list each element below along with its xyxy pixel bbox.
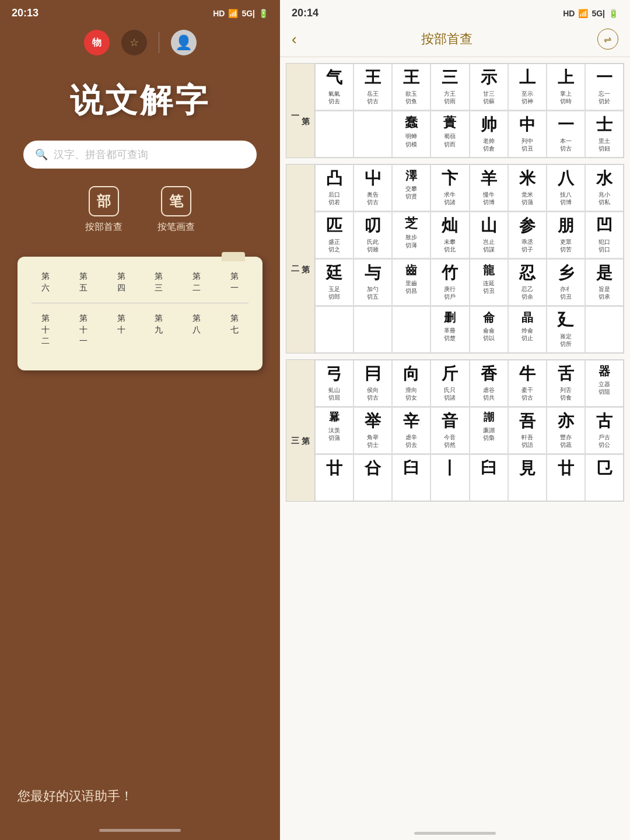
- char-cell[interactable]: 屮奥告切古: [354, 164, 392, 211]
- time-right: 20:14: [292, 7, 318, 19]
- char-cell[interactable]: 齒里齒切昌: [392, 259, 430, 306]
- char-cell[interactable]: 蠢明蝉切模: [392, 111, 430, 158]
- char-cell[interactable]: 朋吏眾切苦: [547, 212, 585, 258]
- char-cell[interactable]: 与加勺切五: [354, 259, 392, 306]
- chapter-6[interactable]: 第六: [32, 271, 60, 293]
- char-cell[interactable]: 香虐谷切共: [470, 360, 508, 407]
- char-cell[interactable]: 臼: [470, 454, 508, 501]
- nav-btn-radical[interactable]: 部 按部首查: [85, 186, 123, 233]
- chapter-3[interactable]: 第三: [145, 271, 173, 293]
- char-cell[interactable]: 卞求牛切諸: [430, 164, 469, 211]
- char-cell[interactable]: 古戶古切公: [585, 407, 624, 454]
- char-cell[interactable]: 王岳王切古: [354, 64, 392, 110]
- app-tagline: 您最好的汉语助手！: [18, 788, 133, 805]
- chapter-4[interactable]: 第四: [107, 271, 135, 293]
- char-cell[interactable]: 凹犯口切口: [585, 212, 624, 258]
- char-cell[interactable]: 三方王切雨: [430, 64, 469, 110]
- char-cell-empty: [392, 306, 430, 353]
- section-1: 第一 气氣氣切去 王岳王切古 王欲玉切鱼 三方王切雨 示甘三切蘇 丄至示切神 上…: [286, 63, 624, 158]
- char-cell[interactable]: 晶炩侖切止: [508, 306, 547, 353]
- section-2-row-3: 廷玉足切郎 与加勺切五 齒里齒切昌 竹庚行切戶 龍连延切丑 忍忍乙切余 乡亦彳切…: [315, 258, 624, 306]
- char-cell[interactable]: 删革冊切楚: [430, 306, 469, 353]
- char-cell[interactable]: 气氣氣切去: [315, 64, 354, 110]
- char-cell[interactable]: 弓虬山切屈: [315, 360, 354, 407]
- section-2-row-4: 删革冊切楚 侖侖侖切以 晶炩侖切止 廴嶊定切所: [315, 306, 624, 353]
- char-cell[interactable]: 侖侖侖切以: [470, 306, 508, 353]
- char-cell[interactable]: 牛橐干切古: [508, 360, 547, 407]
- char-cell[interactable]: 斤氏只切諸: [430, 360, 469, 407]
- char-cell[interactable]: 羊慢牛切博: [470, 164, 508, 211]
- chapter-2[interactable]: 第二: [183, 271, 211, 293]
- char-cell[interactable]: 灿未攀切北: [430, 212, 469, 258]
- char-cell[interactable]: 帅老帅切倉: [470, 111, 508, 158]
- char-cell[interactable]: 八技八切博: [547, 164, 585, 211]
- char-cell[interactable]: 忍忍乙切余: [508, 259, 547, 306]
- char-cell[interactable]: 中列中切丑: [508, 111, 547, 158]
- char-cell[interactable]: 廿: [547, 454, 585, 501]
- chapter-5[interactable]: 第五: [69, 271, 98, 293]
- char-cell[interactable]: 示甘三切蘇: [470, 64, 508, 110]
- char-cell[interactable]: 竹庚行切戶: [430, 259, 469, 306]
- filter-button[interactable]: ⇌: [597, 29, 618, 50]
- char-cell[interactable]: 山岂止切謀: [470, 212, 508, 258]
- char-cell[interactable]: 王欲玉切鱼: [392, 64, 430, 110]
- char-cell[interactable]: 举角举切士: [354, 407, 392, 454]
- char-cell[interactable]: 廿: [315, 454, 354, 501]
- char-cell[interactable]: 是旨是切承: [585, 259, 624, 306]
- search-bar[interactable]: 🔍 汉字、拼音都可查询: [23, 141, 257, 169]
- char-cell[interactable]: 一忘一切於: [585, 64, 624, 110]
- char-cell[interactable]: 参乖丞切子: [508, 212, 547, 258]
- section-3: 第三 弓虬山切屈 冃侯向切古 向滑向切女 斤氏只切諸 香虐谷切共 牛橐干切古 舌…: [286, 359, 624, 502]
- avatar[interactable]: 👤: [171, 30, 197, 55]
- char-cell[interactable]: 亦豐亦切蔬: [547, 407, 585, 454]
- char-cell[interactable]: 米觉米切蒲: [508, 164, 547, 211]
- chapter-12[interactable]: 第十二: [32, 313, 60, 347]
- nav-btn-stroke[interactable]: 笔 按笔画查: [158, 186, 195, 233]
- char-cell[interactable]: 芝敖步切薄: [392, 212, 430, 258]
- char-cell[interactable]: 匹盛正切之: [315, 212, 354, 258]
- chapter-11[interactable]: 第十一: [69, 313, 98, 347]
- char-cell[interactable]: 叨氏此切雖: [354, 212, 392, 258]
- daily-icon[interactable]: 物: [84, 30, 110, 55]
- char-cell[interactable]: 丄至示切神: [508, 64, 547, 110]
- char-cell[interactable]: 龍连延切丑: [470, 259, 508, 306]
- content-scroll[interactable]: 第一 气氣氣切去 王岳王切古 王欲玉切鱼 三方王切雨 示甘三切蘇 丄至示切神 上…: [280, 57, 630, 826]
- bookmark-icon[interactable]: ☆: [121, 30, 147, 55]
- section-3-row-2: 羃汰羡切蒲 举角举切士 辛虐辛切去 音今音切然 謿廉謿切梟 吾軒吾切語 亦豐亦切…: [315, 407, 624, 454]
- char-cell[interactable]: 臼: [392, 454, 430, 501]
- chapter-7[interactable]: 第七: [220, 313, 249, 347]
- char-cell[interactable]: 冃侯向切古: [354, 360, 392, 407]
- chapter-1[interactable]: 第一: [220, 271, 249, 293]
- char-cell[interactable]: 羃汰羡切蒲: [315, 407, 354, 454]
- char-cell[interactable]: 廷玉足切郎: [315, 259, 354, 306]
- char-cell[interactable]: 士里土切鈕: [585, 111, 624, 158]
- char-cell[interactable]: 㕣: [354, 454, 392, 501]
- char-cell[interactable]: 器立器切阻: [585, 360, 624, 407]
- back-button[interactable]: ‹: [292, 30, 297, 48]
- char-cell[interactable]: 㔾: [585, 454, 624, 501]
- section-number-3: 第三: [286, 360, 315, 501]
- chapter-9[interactable]: 第九: [145, 313, 173, 347]
- char-cell[interactable]: 乡亦彳切丑: [547, 259, 585, 306]
- status-bar-left: 20:13 HD 📶 5G| 🔋: [0, 0, 280, 24]
- char-cell[interactable]: 見: [508, 454, 547, 501]
- char-cell[interactable]: 謿廉謿切梟: [470, 407, 508, 454]
- char-cell[interactable]: 澤交攀切贤: [392, 164, 430, 211]
- chapter-10[interactable]: 第十: [107, 313, 135, 347]
- char-cell[interactable]: 吾軒吾切語: [508, 407, 547, 454]
- char-cell[interactable]: 凸后口切若: [315, 164, 354, 211]
- char-cell[interactable]: 舌列舌切食: [547, 360, 585, 407]
- char-cell[interactable]: 一本一切古: [547, 111, 585, 158]
- char-cell[interactable]: 音今音切然: [430, 407, 469, 454]
- chapter-8[interactable]: 第八: [183, 313, 211, 347]
- char-cell[interactable]: 向滑向切女: [392, 360, 430, 407]
- char-cell[interactable]: 廴嶊定切所: [547, 306, 585, 353]
- char-cell[interactable]: 辛虐辛切去: [392, 407, 430, 454]
- left-panel: 20:13 HD 📶 5G| 🔋 物 ☆ 👤 说文解字 🔍 汉字、拼音都可查询 …: [0, 0, 280, 840]
- char-cell[interactable]: 水兆小切私: [585, 164, 624, 211]
- char-cell[interactable]: 丨: [430, 454, 469, 501]
- filter-icon: ⇌: [604, 34, 611, 45]
- toolbar-divider: [159, 32, 159, 53]
- char-cell[interactable]: 上掌上切時: [547, 64, 585, 110]
- char-cell[interactable]: 蕢蜀蒻切而: [430, 111, 469, 158]
